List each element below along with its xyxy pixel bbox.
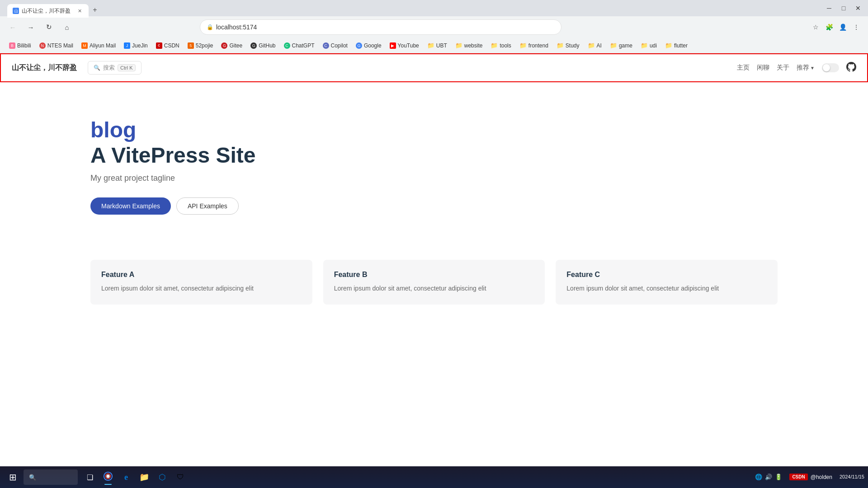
bookmark-folder-ai[interactable]: 📁 AI <box>584 40 605 51</box>
bookmark-folder-tools[interactable]: 📁 tools <box>487 40 514 51</box>
juejin-icon: J <box>124 42 130 49</box>
taskbar-app-explorer[interactable]: 📁 <box>136 469 153 486</box>
volume-icon: 🔊 <box>765 474 772 480</box>
bookmark-github[interactable]: G GitHub <box>247 41 279 51</box>
reload-button[interactable]: ↻ <box>42 20 56 34</box>
taskbar-app-task-view[interactable]: ❏ <box>81 469 99 486</box>
bookmark-copilot[interactable]: C Copilot <box>319 41 351 51</box>
site-search-button[interactable]: 🔍 搜索 Ctrl K <box>88 61 142 75</box>
sys-tray: 🌐 🔊 🔋 <box>755 474 782 480</box>
windows-icon: ⊞ <box>9 472 17 483</box>
taskbar-date: 2024/11/15 <box>840 474 864 480</box>
close-button[interactable]: ✕ <box>852 2 864 14</box>
taskbar: ⊞ 🔍 ❏ e 📁 <box>0 466 868 488</box>
folder-icon-7: 📁 <box>610 42 617 49</box>
feature-c-desc: Lorem ipsum dolor sit amet, consectetur … <box>566 283 767 293</box>
chrome-icon <box>103 471 113 483</box>
folder-icon-4: 📁 <box>519 42 527 49</box>
profile-icon[interactable]: 👤 <box>836 21 849 33</box>
bookmark-gitee[interactable]: G Gitee <box>217 41 246 51</box>
url-display: localhost:5174 <box>216 23 555 31</box>
taskbar-app-edge[interactable]: e <box>118 469 135 486</box>
search-icon: 🔍 <box>94 65 100 71</box>
nav-link-home[interactable]: 主页 <box>737 64 750 72</box>
folder-icon: 📁 <box>427 42 434 49</box>
new-tab-button[interactable]: + <box>89 4 101 16</box>
nav-link-about[interactable]: 关于 <box>777 64 789 72</box>
taskbar-app-defender[interactable]: 🛡 <box>172 469 189 486</box>
bookmark-csdn[interactable]: C CSDN <box>152 41 183 51</box>
svg-point-0 <box>106 474 109 478</box>
browser-tab[interactable]: 山 山不让尘，川不辞盈 ✕ <box>7 4 89 18</box>
feature-card-c: Feature C Lorem ipsum dolor sit amet, co… <box>556 260 778 304</box>
bookmark-bilibili[interactable]: B Bilibili <box>5 41 35 51</box>
bookmark-ntes-mail[interactable]: N NTES Mail <box>36 41 77 51</box>
omnibox[interactable]: 🔒 localhost:5174 <box>200 19 561 35</box>
taskbar-right: 🌐 🔊 🔋 CSDN @holden 2024/11/15 <box>755 474 864 480</box>
lock-icon: 🔒 <box>207 24 213 30</box>
folder-icon-8: 📁 <box>641 42 648 49</box>
markdown-examples-button[interactable]: Markdown Examples <box>90 197 171 215</box>
tab-close-button[interactable]: ✕ <box>76 7 83 14</box>
site-nav-right: 主页 闲聊 关于 推荐 ▼ <box>737 62 856 74</box>
back-button[interactable]: ← <box>5 20 20 34</box>
maximize-button[interactable]: □ <box>837 2 850 14</box>
taskbar-app-chrome[interactable] <box>99 469 117 486</box>
chatgpt-icon: C <box>284 42 290 49</box>
bookmark-52pojie[interactable]: 5 52pojie <box>184 41 217 51</box>
nav-dropdown-recommend[interactable]: 推荐 ▼ <box>797 64 815 72</box>
start-button[interactable]: ⊞ <box>4 468 22 486</box>
user-handle: @holden <box>811 474 832 480</box>
hero-section: blog A VitePress Site My great project t… <box>0 82 868 260</box>
dark-mode-toggle[interactable] <box>822 63 839 72</box>
settings-icon[interactable]: ⋮ <box>850 21 863 33</box>
task-view-icon: ❏ <box>87 473 93 482</box>
defender-icon: 🛡 <box>177 473 184 481</box>
nav-link-chat[interactable]: 闲聊 <box>757 64 769 72</box>
bookmark-star-icon[interactable]: ☆ <box>809 21 822 33</box>
bookmark-google[interactable]: G Google <box>352 41 385 51</box>
feature-card-b: Feature B Lorem ipsum dolor sit amet, co… <box>323 260 545 304</box>
folder-icon-2: 📁 <box>455 42 462 49</box>
forward-button[interactable]: → <box>24 20 38 34</box>
bookmark-chatgpt[interactable]: C ChatGPT <box>280 41 318 51</box>
bookmark-folder-website[interactable]: 📁 website <box>452 40 486 51</box>
minimize-button[interactable]: ─ <box>823 2 835 14</box>
csdn-icon: C <box>156 42 162 49</box>
taskbar-app-vscode[interactable]: ⬡ <box>154 469 171 486</box>
bookmarks-bar: B Bilibili N NTES Mail M Aliyun Mail J J… <box>0 38 868 53</box>
bookmark-folder-game[interactable]: 📁 game <box>606 40 636 51</box>
bookmark-folder-ubt[interactable]: 📁 UBT <box>424 40 451 51</box>
edge-icon: e <box>124 473 128 482</box>
bookmark-juejin[interactable]: J JueJin <box>120 41 151 51</box>
search-label: 搜索 <box>103 64 115 72</box>
taskbar-clock[interactable]: 2024/11/15 <box>840 474 864 480</box>
github-link[interactable] <box>846 62 856 74</box>
folder-icon-6: 📁 <box>588 42 595 49</box>
folder-icon-5: 📁 <box>557 42 564 49</box>
site-logo[interactable]: 山不让尘，川不辞盈 <box>12 63 77 73</box>
bookmark-folder-udi[interactable]: 📁 udi <box>637 40 660 51</box>
taskbar-search[interactable]: 🔍 <box>24 469 78 485</box>
bookmark-aliyun[interactable]: M Aliyun Mail <box>78 41 119 51</box>
hero-title: A VitePress Site <box>90 142 778 169</box>
hero-tagline: My great project tagline <box>90 174 778 183</box>
bookmark-folder-study[interactable]: 📁 Study <box>553 40 583 51</box>
chevron-down-icon: ▼ <box>810 66 815 70</box>
bookmark-folder-frontend[interactable]: 📁 frontend <box>516 40 552 51</box>
google-icon: G <box>356 42 362 49</box>
feature-b-desc: Lorem ipsum dolor sit amet, consectetur … <box>334 283 534 293</box>
bookmark-youtube[interactable]: ▶ YouTube <box>386 41 423 51</box>
home-button[interactable]: ⌂ <box>60 20 74 34</box>
api-examples-button[interactable]: API Examples <box>176 197 239 215</box>
hero-blog-label: blog <box>90 118 778 142</box>
extensions-icon[interactable]: 🧩 <box>823 21 835 33</box>
feature-c-title: Feature C <box>566 271 767 279</box>
copilot-icon: C <box>323 42 329 49</box>
github-icon: G <box>250 42 257 49</box>
tab-favicon: 山 <box>13 8 19 14</box>
bookmark-folder-flutter[interactable]: 📁 flutter <box>661 40 691 51</box>
taskbar-search-icon: 🔍 <box>29 474 36 481</box>
youtube-icon: ▶ <box>390 42 396 49</box>
taskbar-apps: ❏ e 📁 ⬡ 🛡 <box>81 469 189 486</box>
